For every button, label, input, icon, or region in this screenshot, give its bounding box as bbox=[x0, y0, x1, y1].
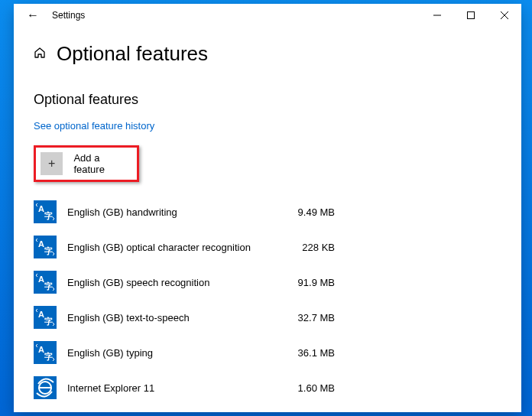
language-icon bbox=[34, 271, 57, 294]
svg-rect-1 bbox=[468, 12, 475, 19]
close-button[interactable] bbox=[488, 4, 521, 27]
app-title: Settings bbox=[52, 10, 85, 21]
feature-label: English (GB) speech recognition bbox=[67, 277, 274, 288]
feature-item[interactable]: English (GB) text-to-speech32.7 MB bbox=[34, 300, 501, 335]
minimize-icon bbox=[433, 11, 441, 19]
feature-size: 32.7 MB bbox=[274, 312, 335, 323]
history-link[interactable]: See optional feature history bbox=[34, 120, 154, 132]
maximize-button[interactable] bbox=[454, 4, 488, 27]
annotation-highlight: + Add a feature bbox=[34, 145, 139, 182]
internet-explorer-icon bbox=[34, 376, 57, 399]
maximize-icon bbox=[467, 11, 475, 19]
add-feature-label: Add a feature bbox=[73, 152, 132, 175]
feature-item[interactable]: English (GB) handwriting9.49 MB bbox=[34, 194, 501, 229]
feature-label: English (GB) handwriting bbox=[67, 206, 274, 218]
feature-size: 228 KB bbox=[274, 242, 335, 253]
feature-size: 9.49 MB bbox=[274, 206, 335, 218]
feature-size: 1.60 MB bbox=[274, 382, 335, 394]
add-feature-button[interactable]: + Add a feature bbox=[36, 148, 137, 180]
language-icon bbox=[34, 341, 57, 364]
back-button[interactable]: ← bbox=[14, 8, 52, 22]
feature-item[interactable]: Internet Explorer 111.60 MB bbox=[34, 370, 501, 405]
page-header: Optional features bbox=[34, 42, 501, 66]
feature-label: English (GB) typing bbox=[67, 347, 274, 359]
titlebar: ← Settings bbox=[14, 4, 521, 27]
settings-window: ← Settings Optional features Optional fe… bbox=[14, 4, 521, 412]
feature-size: 91.9 MB bbox=[274, 277, 335, 288]
home-icon[interactable] bbox=[34, 47, 46, 61]
section-title: Optional features bbox=[34, 92, 501, 108]
feature-item[interactable]: English (GB) typing36.1 MB bbox=[34, 335, 501, 370]
language-icon bbox=[34, 200, 57, 223]
page-title: Optional features bbox=[57, 42, 208, 66]
back-arrow-icon: ← bbox=[27, 8, 39, 22]
feature-label: English (GB) text-to-speech bbox=[67, 312, 274, 323]
feature-list: English (GB) handwriting9.49 MBEnglish (… bbox=[34, 194, 501, 405]
content-area: Optional features Optional features See … bbox=[14, 27, 521, 412]
feature-size: 36.1 MB bbox=[274, 347, 335, 359]
minimize-button[interactable] bbox=[420, 4, 454, 27]
feature-label: English (GB) optical character recogniti… bbox=[67, 242, 274, 253]
language-icon bbox=[34, 236, 57, 258]
feature-item[interactable]: English (GB) optical character recogniti… bbox=[34, 229, 501, 265]
close-icon bbox=[501, 11, 508, 19]
language-icon bbox=[34, 306, 57, 329]
plus-icon: + bbox=[41, 152, 63, 175]
feature-label: Internet Explorer 11 bbox=[67, 382, 274, 394]
feature-item[interactable]: English (GB) speech recognition91.9 MB bbox=[34, 265, 501, 300]
